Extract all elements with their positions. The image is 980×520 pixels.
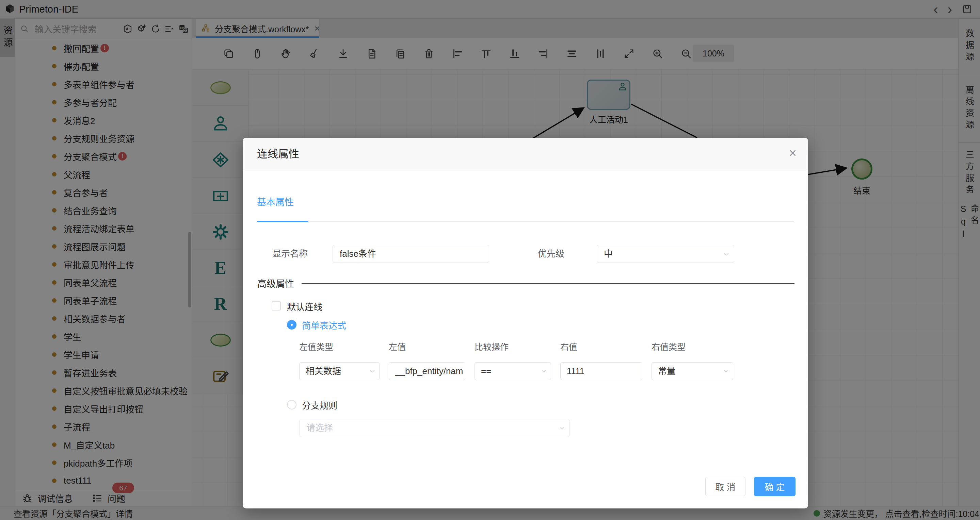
chevron-down-icon [541,368,547,375]
branch-rule-label: 分支规则 [302,399,337,411]
simple-expression-label[interactable]: 简单表达式 [302,319,346,331]
expression-field-value: 常量 [658,366,676,376]
advanced-section-title: 高级属性 [257,276,294,290]
branch-rule-placeholder: 请选择 [306,423,333,433]
expression-field-control[interactable]: __bfp_entity/nam [389,362,465,380]
default-line-label: 默认连线 [287,300,322,312]
dialog-title: 连线属性 [257,138,299,170]
section-divider [302,283,794,284]
cancel-button[interactable]: 取 消 [705,477,746,496]
expression-field-control[interactable]: 相关数据 [299,362,380,380]
expression-field-value: 1111 [567,366,584,376]
expression-field-value: == [481,366,491,376]
chevron-down-icon [723,251,730,258]
expression-column: 比较操作 == [474,341,551,380]
expression-field-value: __bfp_entity/nam [395,366,463,376]
dialog-header [243,138,808,170]
default-line-checkbox[interactable] [272,301,281,311]
tab-basic-properties[interactable]: 基本属性 [257,195,294,210]
expression-builder-row: 左值类型 相关数据 左值 __bfp_entity/nam 比较操作 [299,341,733,380]
chevron-down-icon [723,368,729,375]
active-tab-underline [257,221,308,222]
expression-field-control[interactable]: == [474,362,551,380]
expression-field-control[interactable]: 常量 [652,362,733,380]
expression-field-label: 左值类型 [299,341,380,353]
expression-column: 左值 __bfp_entity/nam [389,341,465,380]
priority-value: 中 [604,249,613,259]
simple-expression-radio[interactable] [287,320,296,330]
priority-select[interactable]: 中 [597,245,734,263]
advanced-section: 高级属性 [257,276,794,290]
ok-button[interactable]: 确 定 [754,477,795,496]
app-window: Primeton-IDE ‹ › 资源 输入关键字搜索 AI [0,0,980,520]
dialog-close-icon[interactable]: × [789,146,797,160]
expression-column: 右值类型 常量 [652,341,733,380]
display-name-input[interactable]: false条件 [332,245,489,263]
expression-field-label: 右值 [560,341,642,353]
expression-field-label: 左值 [389,341,465,353]
expression-column: 右值 1111 [560,341,642,380]
display-name-label: 显示名称 [272,245,308,263]
tab-track [257,221,794,222]
branch-rule-radio[interactable] [287,400,296,409]
chevron-down-icon [369,368,376,375]
expression-field-value: 相关数据 [305,366,341,376]
expression-field-label: 右值类型 [652,341,733,353]
expression-field-control[interactable]: 1111 [560,362,642,380]
expression-column: 左值类型 相关数据 [299,341,380,380]
chevron-down-icon [558,425,565,432]
branch-rule-select[interactable]: 请选择 [299,419,570,437]
connection-properties-dialog: 连线属性 × 基本属性 显示名称 false条件 优先级 中 高级属性 默认连线… [243,138,808,509]
priority-label: 优先级 [538,245,565,263]
expression-field-label: 比较操作 [474,341,551,353]
